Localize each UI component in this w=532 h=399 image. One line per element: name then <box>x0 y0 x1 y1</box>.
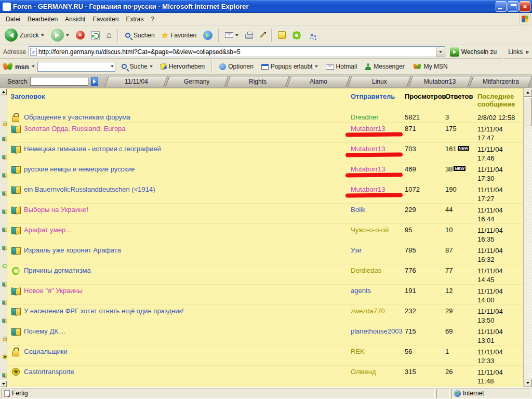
msn-popup-blocker-button[interactable]: Popups erlaubt <box>259 62 321 71</box>
sender-cell: zwezda770 <box>351 307 405 315</box>
topic-title-link[interactable]: Почему ДК.... <box>24 327 351 335</box>
scroll-down-button[interactable] <box>524 379 532 387</box>
go-button[interactable]: Wechseln zu <box>448 47 499 57</box>
scroll-up-button[interactable] <box>524 88 532 97</box>
msn-messenger-button[interactable]: Messenger <box>362 62 407 71</box>
page-icon <box>30 48 37 56</box>
sender-link[interactable]: Bolik <box>351 206 365 214</box>
throbber <box>519 14 530 24</box>
scrollbar-thumb[interactable] <box>524 97 532 126</box>
menu-item[interactable]: Extras <box>122 14 147 24</box>
topic-title-link[interactable]: Социальщики <box>24 348 351 355</box>
address-input[interactable] <box>38 47 436 57</box>
topic-title-link[interactable]: Обращение к участникам форума <box>24 113 351 121</box>
sender-link[interactable]: REK <box>351 348 365 355</box>
print-button[interactable] <box>243 31 256 40</box>
sender-link[interactable]: Dresdner <box>351 113 378 121</box>
vertical-scrollbar[interactable] <box>523 88 532 387</box>
sender-link[interactable]: zwezda770 <box>351 307 385 315</box>
links-chevron-icon[interactable] <box>525 48 529 56</box>
minimize-button[interactable] <box>496 1 507 12</box>
sender-link[interactable]: Олменд <box>351 368 376 376</box>
left-scroll-up-button[interactable] <box>0 88 7 95</box>
msn-mymsn-button[interactable]: My MSN <box>410 61 450 72</box>
topic-icon <box>11 368 21 376</box>
search-bar-input[interactable] <box>30 77 88 86</box>
sender-link[interactable]: Чужо-о-о-ой <box>351 226 389 234</box>
address-bar: Adresse Wechseln zu Links <box>0 45 532 59</box>
topic-title-link[interactable]: Новое "я" Украины <box>24 287 351 295</box>
menu-item[interactable]: Datei <box>2 14 24 24</box>
sender-link[interactable]: Mutaborr13 <box>351 165 385 173</box>
stop-button[interactable] <box>73 30 87 41</box>
search-tab[interactable]: Rights <box>226 76 289 87</box>
menu-item[interactable]: ? <box>147 14 158 24</box>
back-button[interactable]: Zurück <box>2 28 47 43</box>
msn-options-button[interactable]: Optionen <box>217 62 256 71</box>
icq-button[interactable] <box>290 30 303 41</box>
replies-count: 175 <box>445 125 457 132</box>
strip-cell <box>0 129 7 148</box>
sender-link[interactable]: planethouse2003 <box>351 327 403 335</box>
msn-suche-button[interactable]: Suche <box>118 62 155 71</box>
search-tab[interactable]: Mutaborr13 <box>408 76 472 87</box>
topic-title-link[interactable]: У населения ФРГ хотят отнять ещё один пр… <box>24 307 351 315</box>
menu-item[interactable]: Ansicht <box>61 14 89 24</box>
status-bar: Fertig Internet <box>0 387 532 399</box>
msn-highlight-button[interactable]: Hervorheben <box>158 62 207 71</box>
msn-hotmail-button[interactable]: Hotmail <box>323 62 360 71</box>
restore-button[interactable] <box>508 1 518 12</box>
mail-button[interactable] <box>222 31 241 39</box>
close-button[interactable] <box>520 1 530 12</box>
refresh-button[interactable] <box>89 30 102 41</box>
search-go-button[interactable] <box>91 77 98 86</box>
edit-button[interactable] <box>257 33 268 37</box>
last-message-cell: 11/11/04 13:01 <box>477 327 522 345</box>
sender-link[interactable]: Mutaborr13 <box>351 185 385 193</box>
search-tab[interactable]: Linux <box>348 76 411 87</box>
strip-spacer <box>0 95 7 118</box>
topic-title-link[interactable]: Золотая Орда, Russland, Europa <box>24 125 351 132</box>
replies-count: 44 <box>445 206 453 214</box>
messenger-person-icon <box>365 63 371 70</box>
favorites-button[interactable]: Favoriten <box>159 30 199 40</box>
topic-title-link[interactable]: ein Bauernvolk:Russlanddeutschen (<1914) <box>24 185 351 193</box>
refresh-icon <box>91 31 100 39</box>
search-tab[interactable]: Germany <box>165 76 229 87</box>
last-message-date: 11/11/04 <box>477 267 522 275</box>
zone-text: Internet <box>463 390 484 397</box>
forward-button[interactable] <box>48 28 72 43</box>
media-button[interactable] <box>201 30 215 41</box>
address-dropdown-button[interactable] <box>436 47 445 57</box>
topic-title-link[interactable]: Израиль уже хоронит Арафата <box>24 246 351 254</box>
search-button[interactable]: Suchen <box>122 31 157 40</box>
topic-title-link[interactable]: Причины догматизма <box>24 267 351 274</box>
topic-title-link[interactable]: русские немцы и немецкие русские <box>24 165 351 173</box>
home-button[interactable] <box>104 30 114 41</box>
links-label[interactable]: Links <box>508 48 523 56</box>
topic-title-link[interactable]: Выборы на Украине! <box>24 206 351 214</box>
search-tab[interactable]: 11/11/04 <box>104 76 168 87</box>
views-count: 703 <box>405 145 445 153</box>
menu-item[interactable]: Favoriten <box>89 14 122 24</box>
sender-link[interactable]: agents <box>351 287 371 295</box>
sender-link[interactable]: Mutaborr13 <box>351 125 385 132</box>
search-tab-label: Germany <box>184 78 209 85</box>
topic-title-link[interactable]: Castortransporte <box>24 368 351 376</box>
left-scroll-down-button[interactable] <box>0 380 7 387</box>
replies-count: 10 <box>445 226 453 234</box>
search-tab[interactable]: Alamo <box>287 76 350 87</box>
search-tab[interactable]: Mitfahrzentra <box>469 76 532 87</box>
topic-title-link[interactable]: Арафат умер... <box>24 226 351 234</box>
sender-link[interactable]: Узи <box>351 246 362 254</box>
forum-row: Арафат умер... Чужо-о-о-ой 95 10NEW 11/1… <box>10 224 522 244</box>
menu-item[interactable]: Bearbeiten <box>24 14 61 24</box>
msn-search-dropdown-icon[interactable] <box>111 65 114 68</box>
sender-link[interactable]: Mutaborr13 <box>351 145 385 153</box>
msn-search-input[interactable] <box>30 63 111 70</box>
messenger-button[interactable] <box>275 30 288 40</box>
topic-title-link[interactable]: Немецкая гимназия - история с географией <box>24 145 351 153</box>
extra-tool-button[interactable] <box>305 31 319 39</box>
last-message-date: 2/8/02 12:58 <box>477 113 522 122</box>
sender-link[interactable]: Derdiedas <box>351 267 381 274</box>
